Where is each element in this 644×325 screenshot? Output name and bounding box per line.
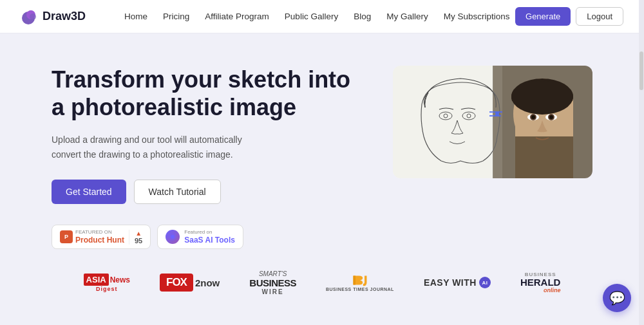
logo-text: Draw3D xyxy=(43,10,86,23)
media-business-times-journal: BUSINESS TIMES JOURNAL xyxy=(321,271,399,294)
generate-button[interactable]: Generate xyxy=(515,7,571,26)
nav-subscriptions[interactable]: My Subscriptions xyxy=(444,12,510,21)
navbar: Draw3D Home Pricing Affiliate Program Pu… xyxy=(0,0,644,33)
saas-badge[interactable]: Featured on SaaS AI Tools xyxy=(157,225,243,249)
svg-point-16 xyxy=(549,115,553,119)
ph-name: Product Hunt xyxy=(75,236,124,245)
saas-icon xyxy=(166,230,180,244)
hero-buttons: Get Started Watch Tutorial xyxy=(52,180,367,204)
nav-gallery[interactable]: Public Gallery xyxy=(285,12,338,21)
ph-logo: P FEATURED ON Product Hunt xyxy=(60,229,124,245)
svg-rect-25 xyxy=(493,66,502,178)
saas-featured-on: Featured on xyxy=(184,229,235,236)
hero-section: Transform your sketch into a photorealis… xyxy=(0,33,644,262)
logo[interactable]: Draw3D xyxy=(21,8,86,26)
nav-links: Home Pricing Affiliate Program Public Ga… xyxy=(124,12,515,21)
nav-home[interactable]: Home xyxy=(124,12,147,21)
ph-count-number: 95 xyxy=(135,237,142,245)
saas-name: SaaS AI Tools xyxy=(184,236,235,245)
svg-rect-26 xyxy=(353,276,355,285)
scrollbar[interactable] xyxy=(639,0,644,325)
media-asia-news-digest: ASIA News Digest xyxy=(79,271,135,294)
ph-arrow-icon: ▲ xyxy=(135,230,142,237)
hero-text: Transform your sketch into a photorealis… xyxy=(52,59,367,249)
nav-my-gallery[interactable]: My Gallery xyxy=(386,12,428,21)
ph-text-block: FEATURED ON Product Hunt xyxy=(75,229,124,245)
split-face-image xyxy=(393,66,592,178)
media-easy-with-ai: EASY WITH AI xyxy=(419,271,496,294)
nav-pricing[interactable]: Pricing xyxy=(163,12,189,21)
svg-point-4 xyxy=(171,235,175,239)
hero-image xyxy=(393,66,592,178)
nav-blog[interactable]: Blog xyxy=(354,12,371,21)
watch-tutorial-button[interactable]: Watch Tutorial xyxy=(134,180,221,204)
producthunt-badge[interactable]: P FEATURED ON Product Hunt ▲ 95 xyxy=(52,225,151,249)
nav-actions: Generate Logout xyxy=(515,7,623,26)
badges: P FEATURED ON Product Hunt ▲ 95 xyxy=(52,225,367,249)
hero-title: Transform your sketch into a photorealis… xyxy=(52,66,367,121)
hero-image-wrapper xyxy=(393,59,592,249)
svg-point-13 xyxy=(531,115,535,119)
media-bar: ASIA News Digest FOX 2now SMART'S BUSINE… xyxy=(0,262,644,303)
media-smarts-business-wire: SMART'S BUSINESS WIRE xyxy=(244,271,301,294)
get-started-button[interactable]: Get Started xyxy=(52,180,126,204)
scrollbar-thumb[interactable] xyxy=(639,51,643,90)
svg-point-2 xyxy=(30,14,36,20)
ph-featured-on: FEATURED ON xyxy=(75,229,124,236)
chat-button[interactable]: 💬 xyxy=(603,284,631,312)
svg-rect-9 xyxy=(515,136,573,178)
ph-count: ▲ 95 xyxy=(129,230,142,245)
nav-affiliate[interactable]: Affiliate Program xyxy=(205,12,269,21)
ph-icon: P xyxy=(60,230,73,243)
logout-button[interactable]: Logout xyxy=(576,7,623,26)
saas-text: Featured on SaaS AI Tools xyxy=(184,229,235,245)
media-business-herald: Business HERALD online xyxy=(515,271,566,294)
chat-icon: 💬 xyxy=(609,290,625,306)
media-fox2now: FOX 2now xyxy=(155,271,225,294)
hero-description: Upload a drawing and our tool will autom… xyxy=(52,133,258,162)
logo-icon xyxy=(21,8,39,26)
